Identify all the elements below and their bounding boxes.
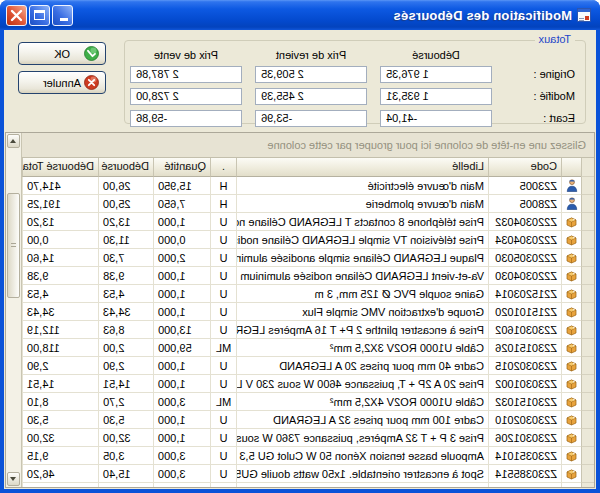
cell-debourse-total[interactable]: 32,00 xyxy=(22,429,98,447)
table-row[interactable]: Z230301002Prise 20 A 2P + T, puissance 4… xyxy=(22,375,594,393)
modifie-prix-revient-field[interactable]: 2 455,39 xyxy=(255,88,367,105)
cell-debourse[interactable]: 7,30 xyxy=(98,249,153,267)
cell-unite[interactable]: U xyxy=(210,465,236,483)
cell-libelle[interactable]: Main d'œuvre électricité xyxy=(236,177,488,195)
row-indicator[interactable] xyxy=(581,375,594,393)
cell-debourse-total[interactable]: 14,60 xyxy=(22,249,98,267)
cell-quantite[interactable]: 78,900 xyxy=(153,483,210,487)
cell-unite[interactable]: H xyxy=(210,177,236,195)
cell-unite[interactable]: U xyxy=(210,411,236,429)
cell-code[interactable]: Z220304032 xyxy=(488,213,561,231)
row-indicator[interactable] xyxy=(581,357,594,375)
row-indicator[interactable] xyxy=(581,339,594,357)
cell-code[interactable]: Z230151026 xyxy=(488,339,561,357)
row-indicator[interactable] xyxy=(581,447,594,465)
row-indicator[interactable] xyxy=(581,429,594,447)
table-row[interactable]: Z230158016Gaine Ø16mmML78,9000,4031,56 xyxy=(22,483,594,487)
cell-quantite[interactable]: 59,000 xyxy=(153,339,210,357)
cell-debourse-total[interactable]: 118,00 xyxy=(22,339,98,357)
cell-libelle[interactable]: Câble U1000 RO2V 4X2,5 mm² xyxy=(236,393,488,411)
table-row[interactable]: Z215101020Groupe d'extraction VMC simple… xyxy=(22,303,594,321)
cell-unite[interactable]: ML xyxy=(210,339,236,357)
cell-code[interactable]: Z215203014 xyxy=(488,285,561,303)
cell-code[interactable]: Z230301602 xyxy=(488,321,561,339)
cell-code[interactable]: Z215101020 xyxy=(488,303,561,321)
cell-code[interactable]: Z220304030 xyxy=(488,267,561,285)
row-indicator[interactable] xyxy=(581,213,594,231)
cell-unite[interactable]: U xyxy=(210,249,236,267)
cell-libelle[interactable]: Prise télévision TV simple LEGRAND Célia… xyxy=(236,231,488,249)
cell-code[interactable]: Z230302010 xyxy=(488,411,561,429)
cell-code[interactable]: Z220304034 xyxy=(488,231,561,249)
header-code[interactable]: Code xyxy=(488,158,561,177)
cell-debourse-total[interactable]: 9,38 xyxy=(22,267,98,285)
cell-code[interactable]: Z230301206 xyxy=(488,429,561,447)
cell-debourse[interactable]: 8,63 xyxy=(98,321,153,339)
cell-debourse-total[interactable]: 14,51 xyxy=(22,375,98,393)
row-indicator[interactable] xyxy=(581,321,594,339)
cell-libelle[interactable]: Va-et-vient LEGRAND Céliane nodisée alum… xyxy=(236,267,488,285)
cell-debourse-total[interactable]: 0,00 xyxy=(22,231,98,249)
cell-unite[interactable]: U xyxy=(210,375,236,393)
cell-code[interactable]: Z230385514 xyxy=(488,465,561,483)
cell-quantite[interactable]: 1,000 xyxy=(153,213,210,231)
modifie-prix-vente-field[interactable]: 2 728,00 xyxy=(130,88,242,105)
table-row[interactable]: Z230385514Spot à encastrer orientable. 1… xyxy=(22,465,594,483)
cell-libelle[interactable]: Spot à encastrer orientable. 1x50 watts … xyxy=(236,465,488,483)
table-row[interactable]: Z220304034Prise télévision TV simple LEG… xyxy=(22,231,594,249)
table-row[interactable]: Z230302010Cadre 100 mm pour prises 32 A … xyxy=(22,411,594,429)
cell-libelle[interactable]: Cadre 40 mm pour prises 20 A LEGRAND xyxy=(236,357,488,375)
cell-unite[interactable]: U xyxy=(210,267,236,285)
cell-libelle[interactable]: Câble U1000 RO2V 3X2,5 mm² xyxy=(236,339,488,357)
cell-unite[interactable]: H xyxy=(210,195,236,213)
cell-quantite[interactable]: 1,000 xyxy=(153,285,210,303)
origine-debourse-field[interactable]: 1 976,35 xyxy=(380,66,492,83)
cell-debourse[interactable]: 25,00 xyxy=(98,195,153,213)
cell-code[interactable]: Z230351014 xyxy=(488,447,561,465)
cell-libelle[interactable]: Prise 20 A 2P + T, puissance 4600 W sous… xyxy=(236,375,488,393)
row-indicator[interactable] xyxy=(581,303,594,321)
cell-quantite[interactable]: 13,000 xyxy=(153,321,210,339)
cell-quantite[interactable]: 1,000 xyxy=(153,303,210,321)
row-indicator[interactable] xyxy=(581,411,594,429)
vertical-scrollbar[interactable] xyxy=(6,133,22,487)
cell-debourse[interactable]: 13,20 xyxy=(98,213,153,231)
cell-debourse[interactable]: 14,51 xyxy=(98,375,153,393)
cell-unite[interactable]: U xyxy=(210,429,236,447)
cell-quantite[interactable]: 0,000 xyxy=(153,231,210,249)
cell-unite[interactable]: U xyxy=(210,447,236,465)
cell-code[interactable]: Z23005 xyxy=(488,177,561,195)
cell-libelle[interactable]: Main d'œuvre plomberie xyxy=(236,195,488,213)
table-row[interactable]: Z215203014Gaine souple PVC Ø 125 mm, 3 m… xyxy=(22,285,594,303)
cancel-button[interactable]: Annuler xyxy=(18,71,106,94)
cell-quantite[interactable]: 7,650 xyxy=(153,195,210,213)
cell-quantite[interactable]: 2,000 xyxy=(153,249,210,267)
cell-code[interactable]: Z220305030 xyxy=(488,249,561,267)
cell-code[interactable]: Z230151032 xyxy=(488,393,561,411)
scrollbar-thumb[interactable] xyxy=(7,193,20,298)
origine-prix-vente-field[interactable]: 2 787,86 xyxy=(130,66,242,83)
row-indicator[interactable] xyxy=(581,195,594,213)
header-libelle[interactable]: Libellé xyxy=(236,158,488,177)
row-indicator[interactable] xyxy=(581,465,594,483)
cell-libelle[interactable]: Ampoule basse tension Xénon 50 W Culot G… xyxy=(236,447,488,465)
cell-debourse[interactable]: 4,53 xyxy=(98,285,153,303)
minimize-button[interactable] xyxy=(52,5,73,26)
cell-unite[interactable]: U xyxy=(210,285,236,303)
row-indicator[interactable] xyxy=(581,177,594,195)
ok-button[interactable]: OK xyxy=(18,42,106,65)
cell-debourse[interactable]: 15,40 xyxy=(98,465,153,483)
cell-debourse-total[interactable]: 5,30 xyxy=(22,411,98,429)
header-debourse[interactable]: Déboursé xyxy=(98,158,153,177)
modifie-debourse-field[interactable]: 1 935,31 xyxy=(380,88,492,105)
group-by-panel[interactable]: Glissez une en-tête de colonne ici pour … xyxy=(22,133,594,158)
table-row[interactable]: Z220305030Plaque LEGRAND Céliane simple … xyxy=(22,249,594,267)
cell-libelle[interactable]: Prise 3 P + T 32 Ampères, puissance 7360… xyxy=(236,429,488,447)
cell-debourse-total[interactable]: 191,25 xyxy=(22,195,98,213)
cell-unite[interactable]: ML xyxy=(210,483,236,487)
cell-debourse[interactable]: 2,00 xyxy=(98,339,153,357)
cell-debourse-total[interactable]: 34,43 xyxy=(22,303,98,321)
cell-unite[interactable]: U xyxy=(210,231,236,249)
origine-prix-revient-field[interactable]: 2 509,35 xyxy=(255,66,367,83)
cell-quantite[interactable]: 1,000 xyxy=(153,357,210,375)
